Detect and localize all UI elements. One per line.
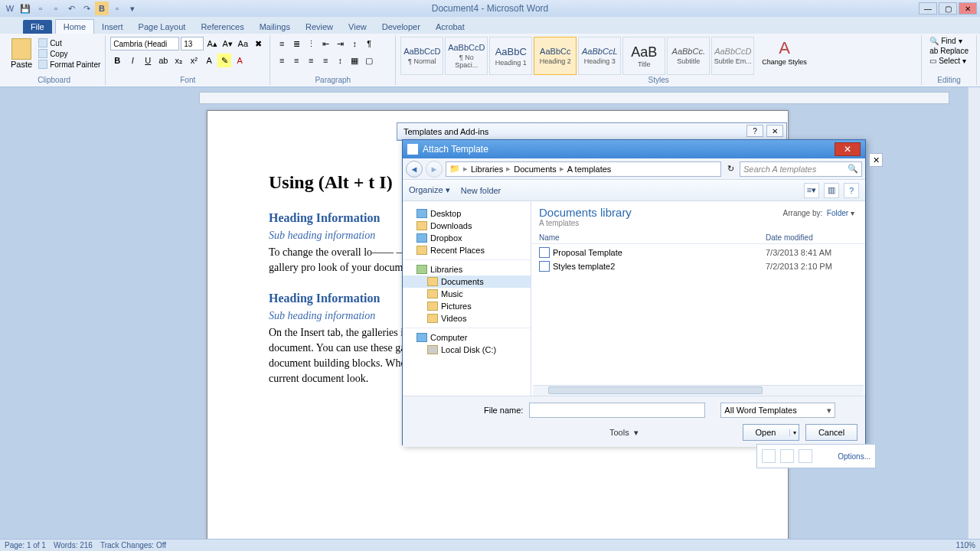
forward-button[interactable]: ► [426, 161, 443, 178]
underline-button[interactable]: U [141, 54, 155, 67]
strike-button[interactable]: ab [156, 54, 170, 67]
option-icon[interactable] [799, 449, 812, 463]
italic-button[interactable]: I [126, 54, 139, 67]
status-track-changes[interactable]: Track Changes: Off [100, 541, 166, 549]
file-row[interactable]: Styles template2 7/2/2013 2:10 PM [539, 259, 858, 273]
multilevel-button[interactable]: ⋮ [304, 37, 318, 51]
shrink-font-button[interactable]: A▾ [220, 37, 234, 51]
bold-button[interactable]: B [110, 54, 124, 67]
zoom-level[interactable]: 110% [956, 541, 975, 549]
vertical-scrollbar[interactable] [968, 87, 980, 539]
style-no-spacing[interactable]: AaBbCcD¶ No Spaci... [445, 37, 488, 75]
open-button[interactable]: Open [743, 424, 799, 441]
tab-page-layout[interactable]: Page Layout [131, 20, 194, 34]
style-heading3[interactable]: AaBbCcLHeading 3 [578, 37, 621, 75]
preview-pane-button[interactable]: ▥ [824, 183, 839, 198]
copy-button[interactable]: Copy [38, 49, 100, 58]
file-list[interactable]: Proposal Template 7/3/2013 8:41 AM Style… [531, 244, 865, 385]
breadcrumb-item[interactable]: Libraries [471, 165, 503, 174]
cut-button[interactable]: Cut [38, 38, 100, 47]
tab-acrobat[interactable]: Acrobat [428, 20, 472, 34]
numbering-button[interactable]: ≣ [289, 37, 303, 51]
find-button[interactable]: 🔍Find ▾ [929, 37, 969, 45]
file-row[interactable]: Proposal Template 7/3/2013 8:41 AM [539, 246, 858, 259]
change-styles-button[interactable]: A Change Styles [757, 37, 812, 67]
indent-right-button[interactable]: ⇥ [333, 37, 347, 51]
horizontal-ruler[interactable] [199, 92, 949, 104]
tree-desktop[interactable]: Desktop [403, 207, 531, 220]
justify-button[interactable]: ≡ [318, 54, 332, 67]
tab-insert[interactable]: Insert [94, 20, 131, 34]
tree-computer[interactable]: Computer [403, 331, 531, 344]
tree-libraries[interactable]: Libraries [403, 263, 531, 276]
tab-developer[interactable]: Developer [374, 20, 428, 34]
tree-documents[interactable]: Documents [403, 276, 531, 288]
address-bar[interactable]: 📁 ▸ Libraries ▸ Documents ▸ A templates [446, 161, 721, 177]
font-size-combo[interactable] [181, 37, 204, 51]
style-heading2[interactable]: AaBbCcHeading 2 [534, 37, 577, 75]
select-button[interactable]: ▭Select ▾ [929, 57, 969, 65]
format-painter-button[interactable]: Format Painter [38, 60, 100, 69]
back-button[interactable]: ◄ [406, 161, 423, 178]
align-left-button[interactable]: ≡ [275, 54, 289, 67]
close-button[interactable]: ✕ [959, 2, 977, 15]
style-subtle-em[interactable]: AaBbCcDSubtle Em... [711, 37, 754, 75]
clear-format-button[interactable]: ✖ [251, 37, 265, 51]
refresh-button[interactable]: ↻ [724, 164, 737, 174]
font-name-combo[interactable] [110, 37, 179, 51]
pane-close-button[interactable]: ✕ [869, 153, 883, 167]
tree-dropbox[interactable]: Dropbox [403, 232, 531, 244]
replace-button[interactable]: abReplace [929, 47, 969, 55]
tree-pictures[interactable]: Pictures [403, 300, 531, 312]
status-page[interactable]: Page: 1 of 1 [5, 541, 46, 549]
filetype-combo[interactable]: All Word Templates [720, 403, 835, 418]
column-headers[interactable]: Name Date modified [531, 229, 865, 244]
align-right-button[interactable]: ≡ [304, 54, 318, 67]
close-button[interactable]: ✕ [835, 142, 861, 156]
filename-input[interactable] [529, 403, 705, 418]
tree-music[interactable]: Music [403, 288, 531, 300]
qat-btn[interactable]: ▫ [49, 2, 63, 15]
line-spacing-button[interactable]: ↕ [333, 54, 347, 67]
indent-left-button[interactable]: ⇤ [318, 37, 332, 51]
sort-button[interactable]: ↕ [348, 37, 361, 51]
tab-view[interactable]: View [341, 20, 374, 34]
text-effects-button[interactable]: A [202, 54, 216, 67]
style-normal[interactable]: AaBbCcD¶ Normal [400, 37, 443, 75]
col-date[interactable]: Date modified [766, 233, 858, 242]
styles-gallery[interactable]: AaBbCcD¶ Normal AaBbCcD¶ No Spaci... AaB… [400, 37, 754, 75]
highlight-button[interactable]: ✎ [217, 54, 231, 67]
option-icon[interactable] [762, 449, 776, 463]
qat-btn[interactable]: B [95, 2, 109, 15]
change-case-button[interactable]: Aa [236, 37, 250, 51]
tab-home[interactable]: Home [55, 19, 94, 34]
minimize-button[interactable]: — [919, 2, 937, 15]
tab-file[interactable]: File [23, 20, 52, 34]
help-button[interactable]: ? [844, 183, 859, 198]
style-subtitle[interactable]: AaBbCc.Subtitle [667, 37, 710, 75]
font-color-button[interactable]: A [233, 54, 247, 67]
qat-btn[interactable]: ▫ [34, 2, 47, 15]
breadcrumb-item[interactable]: Documents [514, 165, 557, 174]
subscript-button[interactable]: x₂ [172, 54, 185, 67]
tree-local-c[interactable]: Local Disk (C:) [403, 344, 531, 356]
cancel-button[interactable]: Cancel [805, 424, 858, 441]
arrange-by[interactable]: Arrange by: Folder ▾ [783, 209, 854, 217]
maximize-button[interactable]: ▢ [939, 2, 957, 15]
shading-button[interactable]: ▦ [348, 54, 361, 67]
tab-review[interactable]: Review [298, 20, 341, 34]
close-button[interactable]: ✕ [766, 125, 783, 137]
align-center-button[interactable]: ≡ [289, 54, 303, 67]
breadcrumb-item[interactable]: A templates [567, 165, 611, 174]
organize-button[interactable]: Organize ▾ [409, 185, 450, 195]
tree-videos[interactable]: Videos [403, 312, 531, 324]
tab-references[interactable]: References [193, 20, 251, 34]
qat-dropdown-icon[interactable]: ▾ [126, 2, 139, 15]
save-icon[interactable]: 💾 [18, 2, 32, 15]
option-icon[interactable] [780, 449, 794, 463]
show-marks-button[interactable]: ¶ [362, 37, 376, 51]
superscript-button[interactable]: x² [187, 54, 201, 67]
style-heading1[interactable]: AaBbCHeading 1 [489, 37, 532, 75]
qat-btn[interactable]: ▫ [110, 2, 124, 15]
col-name[interactable]: Name [539, 233, 766, 242]
